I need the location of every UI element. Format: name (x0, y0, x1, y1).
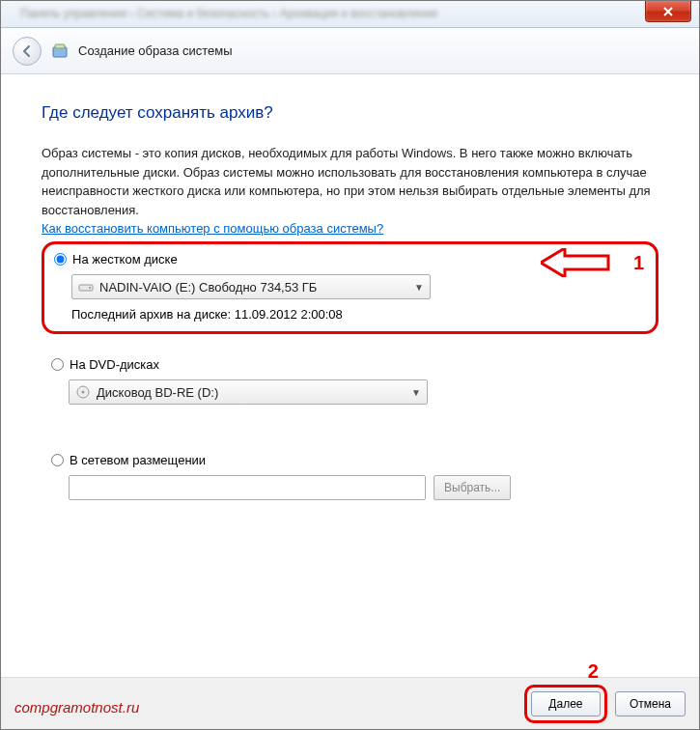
option-harddisk-group: На жестком диске NADIN-VAIO (E:) Свободн… (42, 241, 658, 334)
chevron-down-icon: ▼ (411, 387, 421, 398)
harddisk-combo-text: NADIN-VAIO (E:) Свободно 734,53 ГБ (99, 280, 414, 295)
dvd-combo-text: Дисковод BD-RE (D:) (97, 385, 411, 400)
network-path-input[interactable] (69, 475, 426, 500)
app-icon (51, 42, 70, 61)
chevron-down-icon: ▼ (414, 282, 424, 293)
radio-dvd[interactable] (51, 358, 64, 371)
option-network-group: В сетевом размещении Выбрать... (42, 453, 658, 500)
radio-network[interactable] (51, 454, 64, 466)
drive-icon (78, 279, 94, 295)
optical-drive-icon (75, 384, 91, 400)
radio-dvd-label: На DVD-дисках (70, 357, 159, 372)
cancel-button[interactable]: Отмена (615, 691, 686, 716)
radio-network-label: В сетевом размещении (70, 453, 206, 467)
svg-rect-1 (55, 44, 65, 48)
last-backup-info: Последний архив на диске: 11.09.2012 2:0… (71, 307, 646, 322)
close-button[interactable] (645, 1, 691, 22)
header: Создание образа системы (1, 28, 699, 74)
harddisk-combo[interactable]: NADIN-VAIO (E:) Свободно 734,53 ГБ ▼ (71, 274, 431, 299)
breadcrumb: Панель управления › Система и безопаснос… (20, 7, 437, 20)
close-icon (662, 6, 674, 17)
description-text: Образ системы - это копия дисков, необхо… (42, 144, 658, 219)
radio-harddisk[interactable] (54, 253, 67, 266)
annotation-arrow-1: 1 (541, 248, 644, 277)
svg-point-3 (89, 287, 91, 289)
next-button[interactable]: Далее (531, 691, 601, 716)
content-area: Где следует сохранять архив? Образ систе… (1, 74, 699, 673)
radio-harddisk-label: На жестком диске (72, 252, 178, 267)
svg-point-5 (82, 391, 85, 394)
wizard-window: Панель управления › Система и безопаснос… (0, 0, 700, 730)
browse-button[interactable]: Выбрать... (434, 475, 511, 500)
page-question: Где следует сохранять архив? (42, 103, 658, 123)
annotation-number-1: 1 (633, 252, 644, 274)
watermark: compgramotnost.ru (14, 699, 139, 716)
annotation-next-highlight: Далее (524, 685, 607, 723)
titlebar: Панель управления › Система и безопаснос… (1, 1, 699, 28)
back-button[interactable] (13, 37, 42, 66)
dvd-combo[interactable]: Дисковод BD-RE (D:) ▼ (69, 379, 428, 405)
header-title: Создание образа системы (78, 43, 233, 58)
back-arrow-icon (20, 44, 34, 58)
help-link[interactable]: Как восстановить компьютер с помощью обр… (42, 221, 383, 236)
option-dvd-group: На DVD-дисках Дисковод BD-RE (D:) ▼ (42, 357, 658, 405)
